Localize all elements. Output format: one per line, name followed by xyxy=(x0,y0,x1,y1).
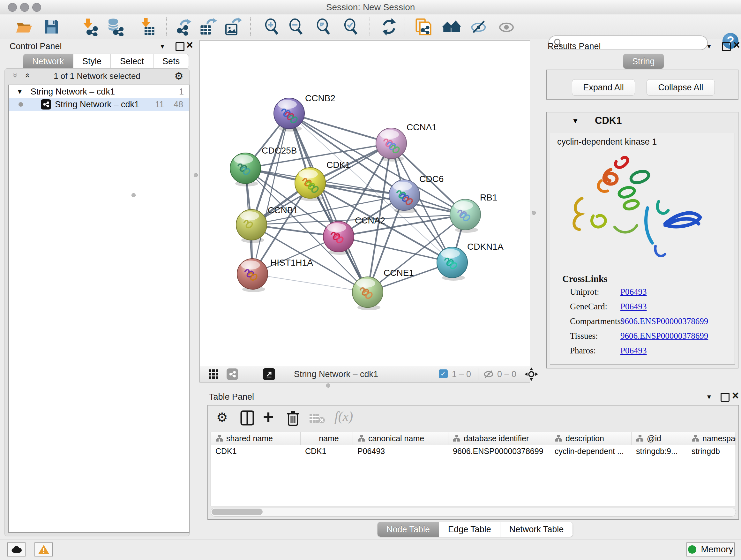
tree-collapse-icon[interactable]: ▼ xyxy=(17,88,23,96)
tab-string[interactable]: String xyxy=(623,54,664,69)
table-cell[interactable]: stringdb xyxy=(687,445,736,457)
network-tree-child-row[interactable]: String Network – cdk1 11 48 xyxy=(9,98,189,111)
copy-share-network-icon[interactable] xyxy=(414,17,433,36)
network-node-ccne1[interactable]: CCNE1 xyxy=(352,268,414,310)
import-network-from-database-icon[interactable] xyxy=(106,17,125,36)
panel-menu-icon[interactable]: ▼ xyxy=(159,43,165,50)
splitter-handle[interactable] xyxy=(131,193,136,197)
crosslink-link[interactable]: P06493 xyxy=(620,287,647,297)
crosslink-link[interactable]: 9606.ENSP00000378699 xyxy=(620,316,708,326)
tab-network-table[interactable]: Network Table xyxy=(500,522,573,537)
control-panel-tabs: NetworkStyleSelectSets xyxy=(23,54,189,69)
panel-float-icon[interactable] xyxy=(721,393,730,401)
tab-node-table[interactable]: Node Table xyxy=(378,522,439,537)
table-cell[interactable]: cyclin-dependent ... xyxy=(550,445,631,457)
zoom-in-icon[interactable] xyxy=(263,17,281,36)
protein-collapse-icon[interactable]: ▼ xyxy=(572,117,579,125)
hidden-eye-slash-icon[interactable] xyxy=(483,369,494,379)
scrollbar-thumb[interactable] xyxy=(212,509,263,515)
birds-eye-view-icon[interactable] xyxy=(525,368,538,381)
column-header-namespace[interactable]: namespace xyxy=(687,432,736,445)
save-session-icon[interactable] xyxy=(42,17,61,36)
network-edge[interactable] xyxy=(253,274,367,292)
network-node-hist1h1a[interactable]: HIST1H1A xyxy=(237,258,313,292)
network-node-cdc25b[interactable]: CDC25B xyxy=(230,145,297,186)
panel-menu-icon[interactable]: ▼ xyxy=(706,393,712,401)
network-edge[interactable] xyxy=(339,237,452,262)
splitter-handle[interactable] xyxy=(194,173,198,177)
import-table-from-file-icon[interactable] xyxy=(138,17,156,36)
column-header-description[interactable]: description xyxy=(550,432,631,445)
splitter-handle[interactable] xyxy=(532,211,536,215)
zoom-out-icon[interactable] xyxy=(287,17,306,36)
strip-separator xyxy=(523,368,523,380)
show-all-networks-icon[interactable] xyxy=(442,17,461,36)
crosslink-link[interactable]: P06493 xyxy=(620,302,647,312)
table-cell[interactable]: 9606.ENSP00000378699 xyxy=(448,445,550,457)
panel-float-icon[interactable] xyxy=(722,42,731,51)
open-session-icon[interactable] xyxy=(15,17,33,36)
network-node-ccna1[interactable]: CCNA1 xyxy=(376,122,437,162)
delete-table-icon[interactable] xyxy=(309,413,326,424)
export-image-icon[interactable] xyxy=(223,17,242,36)
memory-status-dot xyxy=(688,545,696,554)
network-node-cdkn1a[interactable]: CDKN1A xyxy=(437,242,503,281)
column-header-canonical-name[interactable]: canonical name xyxy=(353,432,448,445)
zoom-fit-icon[interactable] xyxy=(315,17,333,36)
table-settings-gear-icon[interactable]: ⚙ xyxy=(216,410,228,425)
column-header-database-identifier[interactable]: database identifier xyxy=(448,432,550,445)
zoom-selected-icon[interactable] xyxy=(342,17,360,36)
grid-view-icon[interactable] xyxy=(208,369,219,379)
table-horizontal-scrollbar[interactable] xyxy=(211,508,736,516)
apply-function-icon[interactable]: f(x) xyxy=(334,409,353,424)
splitter-handle[interactable] xyxy=(326,383,330,388)
tab-network[interactable]: Network xyxy=(23,54,73,69)
table-cell[interactable]: CDK1 xyxy=(211,445,300,457)
column-header--id[interactable]: @id xyxy=(631,432,687,445)
table-cell[interactable]: stringdb:9... xyxy=(631,445,687,457)
table-row[interactable]: CDK1CDK1P064939606.ENSP00000378699cyclin… xyxy=(211,445,736,457)
show-selected-icon[interactable] xyxy=(497,17,516,36)
tab-edge-table[interactable]: Edge Table xyxy=(439,522,500,537)
column-visibility-icon[interactable] xyxy=(240,410,255,426)
tab-select[interactable]: Select xyxy=(111,54,153,69)
tab-style[interactable]: Style xyxy=(73,54,111,69)
network-node-ccnb2[interactable]: CCNB2 xyxy=(274,93,335,132)
export-table-icon[interactable] xyxy=(199,17,217,36)
expand-all-button[interactable]: Expand All xyxy=(572,79,635,96)
export-network-icon[interactable] xyxy=(174,17,192,36)
collapse-all-button[interactable]: Collapse All xyxy=(647,79,715,96)
panel-menu-icon[interactable]: ▼ xyxy=(706,43,712,50)
string-view-icon[interactable] xyxy=(226,368,238,380)
panel-float-icon[interactable] xyxy=(176,42,185,51)
import-network-from-file-icon[interactable] xyxy=(80,17,99,36)
add-column-icon[interactable]: + xyxy=(263,410,274,424)
table-cell[interactable]: CDK1 xyxy=(300,445,353,457)
column-header-name[interactable]: name xyxy=(300,432,353,445)
column-header-shared-name[interactable]: shared name xyxy=(211,432,300,445)
network-canvas-svg[interactable]: CCNB2CCNA1CDC25BCDK1CDC6RB1CCNB1CCNA2CDK… xyxy=(200,41,530,366)
panel-close-icon[interactable]: × xyxy=(732,392,739,399)
warnings-button[interactable] xyxy=(35,543,53,557)
hide-selected-icon[interactable] xyxy=(470,17,488,36)
network-node-count: 11 xyxy=(155,100,164,110)
network-node-rb1[interactable]: RB1 xyxy=(450,192,497,233)
crosslink-link[interactable]: 9606.ENSP00000378699 xyxy=(620,331,708,341)
selected-indicator-checkbox[interactable]: ✓ xyxy=(439,369,448,378)
memory-button[interactable]: Memory xyxy=(686,543,735,557)
network-edge[interactable] xyxy=(289,113,391,143)
delete-column-trash-icon[interactable] xyxy=(286,410,300,427)
network-options-gear-icon[interactable]: ⚙ xyxy=(174,70,184,82)
panel-close-icon[interactable]: × xyxy=(733,42,740,49)
string-network-icon xyxy=(41,99,51,110)
table-cell[interactable]: P06493 xyxy=(353,445,448,457)
cloud-services-button[interactable] xyxy=(7,543,25,557)
refresh-icon[interactable] xyxy=(380,17,398,36)
open-in-window-icon[interactable] xyxy=(263,368,275,380)
panel-close-icon[interactable]: × xyxy=(186,42,193,49)
tab-sets[interactable]: Sets xyxy=(153,54,189,69)
crosslink-link[interactable]: P06493 xyxy=(620,346,647,356)
network-tree-root-row[interactable]: ▼ String Network – cdk1 1 xyxy=(9,85,189,98)
memory-label: Memory xyxy=(701,544,733,555)
network-node-cdc6[interactable]: CDC6 xyxy=(389,174,444,213)
